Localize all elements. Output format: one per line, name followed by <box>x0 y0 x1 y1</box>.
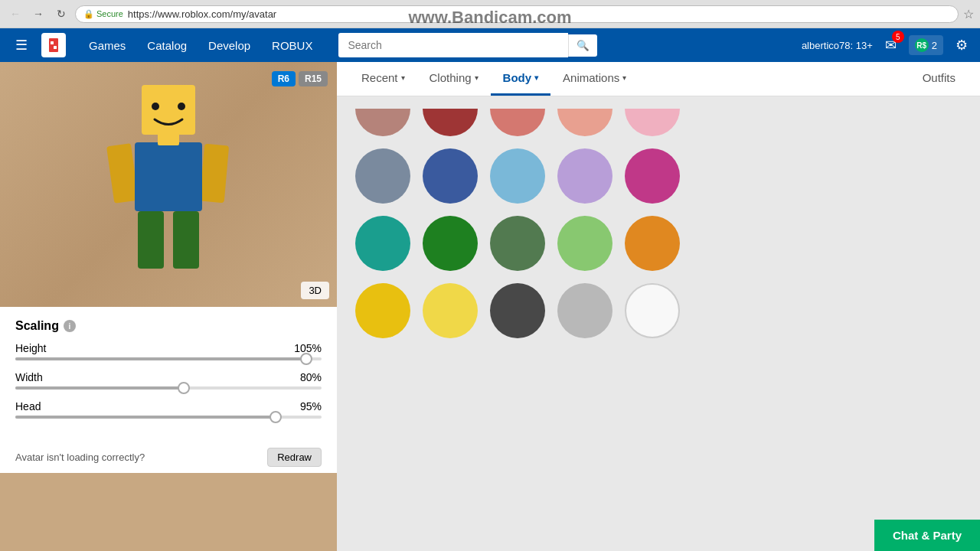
scaling-info-icon[interactable]: i <box>64 320 76 332</box>
scaling-section: Scaling i Height 105% Width 80% <box>0 307 337 442</box>
svg-rect-3 <box>142 85 195 135</box>
color-swatch[interactable] <box>625 109 680 136</box>
avatar-area: R6 R15 <box>0 62 337 307</box>
avatar-badges: R6 R15 <box>272 71 328 86</box>
width-value: 80% <box>300 371 322 383</box>
chat-party-button[interactable]: Chat & Party <box>874 520 980 551</box>
color-swatch-lavender[interactable] <box>557 148 612 204</box>
svg-point-5 <box>178 103 185 110</box>
color-swatch-magenta[interactable] <box>625 148 680 204</box>
url-text: https://www.roblox.com/my/avatar <box>128 8 276 20</box>
r6-badge[interactable]: R6 <box>272 71 296 86</box>
height-slider-track[interactable] <box>15 357 322 360</box>
svg-rect-7 <box>200 144 229 204</box>
browser-bar: ← → ↻ 🔒 Secure https://www.roblox.com/my… <box>0 0 980 28</box>
games-nav-link[interactable]: Games <box>78 28 136 62</box>
color-swatch-dark-green[interactable] <box>423 216 478 271</box>
bookmark-button[interactable]: ☆ <box>963 7 974 21</box>
svg-rect-0 <box>49 38 58 52</box>
nav-right: albertico78: 13+ ✉ 5 R$ 2 ⚙ <box>802 34 971 57</box>
tab-clothing[interactable]: Clothing ▾ <box>417 62 491 96</box>
color-swatch-teal[interactable] <box>355 216 410 271</box>
right-panel: Recent ▾ Clothing ▾ Body ▾ Animations ▾ … <box>337 62 980 551</box>
tab-outfits[interactable]: Outfits <box>910 62 968 96</box>
tab-clothing-label: Clothing <box>430 71 472 84</box>
robux-display[interactable]: R$ 2 <box>909 35 943 55</box>
head-slider-row: Head 95% <box>15 400 322 419</box>
color-swatch-dark-gray[interactable] <box>490 283 545 338</box>
svg-rect-11 <box>158 133 179 145</box>
tab-body-label: Body <box>503 71 532 84</box>
refresh-button[interactable]: ↻ <box>52 5 70 23</box>
svg-rect-1 <box>51 41 54 44</box>
height-slider-thumb[interactable] <box>300 353 312 365</box>
view-3d-button[interactable]: 3D <box>301 282 329 299</box>
tab-outfits-label: Outfits <box>923 71 956 84</box>
svg-rect-6 <box>106 143 139 204</box>
tab-recent-label: Recent <box>361 71 398 84</box>
svg-rect-8 <box>135 142 202 211</box>
width-label-row: Width 80% <box>15 371 322 383</box>
tab-body[interactable]: Body ▾ <box>491 62 551 96</box>
robux-icon: R$ <box>915 38 929 52</box>
color-row-1 <box>355 148 962 204</box>
settings-button[interactable]: ⚙ <box>952 34 971 57</box>
tab-animations-label: Animations <box>563 71 619 84</box>
address-bar[interactable]: 🔒 Secure https://www.roblox.com/my/avata… <box>75 5 959 23</box>
color-swatch-light-yellow[interactable] <box>423 283 478 338</box>
scaling-title: Scaling i <box>15 319 322 333</box>
messages-button[interactable]: ✉ 5 <box>882 34 900 57</box>
avatar-character <box>100 77 237 292</box>
browser-chrome: ← → ↻ 🔒 Secure https://www.roblox.com/my… <box>0 0 980 28</box>
color-swatch[interactable] <box>490 109 545 136</box>
tab-animations[interactable]: Animations ▾ <box>550 62 639 96</box>
head-slider-fill <box>15 416 276 419</box>
color-swatch-gray-blue[interactable] <box>355 148 410 204</box>
search-input[interactable] <box>338 33 568 57</box>
color-swatch-dark-yellow[interactable] <box>355 283 410 338</box>
color-swatch[interactable] <box>423 109 478 136</box>
head-value: 95% <box>300 400 322 412</box>
r15-badge[interactable]: R15 <box>299 71 328 86</box>
color-swatch-orange[interactable] <box>625 216 680 271</box>
color-swatch-light-blue[interactable] <box>490 148 545 204</box>
color-swatch-medium-green[interactable] <box>490 216 545 271</box>
clothing-chevron-icon: ▾ <box>475 73 479 82</box>
height-slider-fill <box>15 357 306 360</box>
username-display: albertico78: 13+ <box>802 40 873 51</box>
color-grid-area <box>337 96 980 523</box>
color-swatch-dark-blue[interactable] <box>423 148 478 204</box>
recent-chevron-icon: ▾ <box>401 73 405 82</box>
color-swatch[interactable] <box>557 109 612 136</box>
forward-button[interactable]: → <box>29 5 47 23</box>
left-panel: R6 R15 <box>0 62 337 551</box>
roblox-logo[interactable] <box>41 33 66 57</box>
bottom-bar: Avatar isn't loading correctly? Redraw <box>0 442 337 473</box>
robux-nav-link[interactable]: ROBUX <box>261 28 323 62</box>
head-slider-thumb[interactable] <box>270 411 282 423</box>
secure-badge: 🔒 Secure <box>83 9 123 19</box>
redraw-button[interactable]: Redraw <box>267 448 322 467</box>
tab-recent[interactable]: Recent ▾ <box>349 62 417 96</box>
height-label: Height <box>15 342 46 354</box>
color-swatch-white[interactable] <box>625 283 680 338</box>
back-button[interactable]: ← <box>6 5 24 23</box>
color-row-2 <box>355 216 962 271</box>
color-swatch-light-gray[interactable] <box>557 283 612 338</box>
width-slider-track[interactable] <box>15 386 322 390</box>
hamburger-menu-button[interactable]: ☰ <box>9 31 34 60</box>
width-slider-thumb[interactable] <box>178 382 190 394</box>
search-button[interactable]: 🔍 <box>568 34 597 57</box>
head-label: Head <box>15 400 41 412</box>
color-swatch-light-green[interactable] <box>557 216 612 271</box>
height-label-row: Height 105% <box>15 342 322 354</box>
color-swatch[interactable] <box>355 109 410 136</box>
head-slider-track[interactable] <box>15 416 322 419</box>
catalog-nav-link[interactable]: Catalog <box>136 28 198 62</box>
develop-nav-link[interactable]: Develop <box>198 28 261 62</box>
main-content: R6 R15 <box>0 62 980 551</box>
svg-rect-2 <box>54 46 57 49</box>
messages-badge: 5 <box>892 31 904 43</box>
svg-rect-9 <box>138 211 164 269</box>
nav-search: 🔍 <box>338 33 786 57</box>
